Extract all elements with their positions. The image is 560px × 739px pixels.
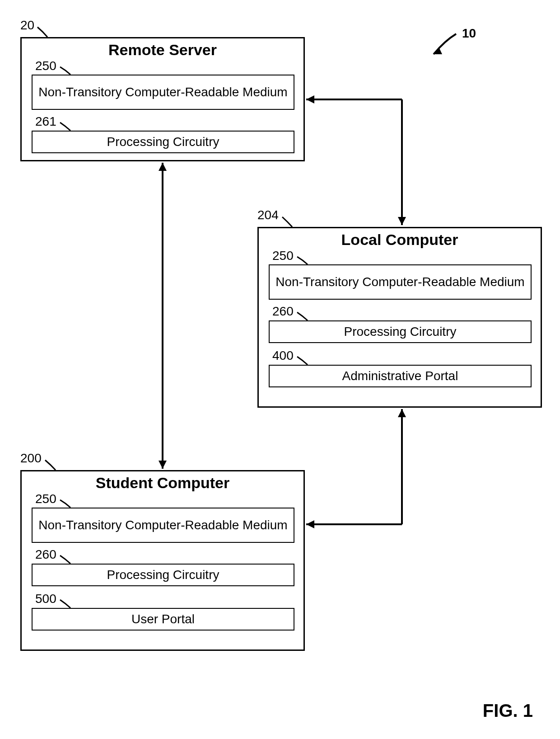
svg-marker-10 (306, 520, 314, 528)
local-computer-admin-portal-box: Administrative Portal (269, 365, 532, 387)
remote-server-sub1-ref: 261 (35, 114, 56, 129)
remote-server-title: Remote Server (22, 41, 303, 59)
remote-server-processing-box: Processing Circuitry (32, 131, 294, 153)
student-computer-sub2-ref: 500 (35, 592, 56, 606)
student-computer-user-portal-box: User Portal (32, 608, 294, 631)
local-computer-medium-box: Non-Transitory Computer-Readable Medium (269, 264, 532, 300)
student-computer-ref: 200 (20, 451, 42, 466)
svg-marker-11 (398, 409, 406, 417)
local-computer-ref: 204 (257, 208, 279, 222)
student-computer-processing-box: Processing Circuitry (32, 564, 294, 586)
svg-marker-4 (398, 217, 406, 225)
local-computer-sub1-ref: 260 (272, 304, 294, 319)
remote-server-medium-box: Non-Transitory Computer-Readable Medium (32, 75, 294, 110)
svg-marker-0 (434, 48, 442, 54)
local-computer-block: Local Computer 250 Non-Transitory Comput… (257, 227, 542, 408)
student-computer-sub0-ref: 250 (35, 492, 56, 506)
local-computer-sub2-ref: 400 (272, 348, 294, 363)
student-computer-sub1-ref: 260 (35, 547, 56, 562)
svg-marker-3 (306, 95, 314, 104)
local-computer-processing-box: Processing Circuitry (269, 320, 532, 343)
student-computer-medium-box: Non-Transitory Computer-Readable Medium (32, 508, 294, 543)
local-computer-title: Local Computer (259, 231, 541, 249)
diagram-canvas: 10 20 Remote Server 250 Non-Transitory C… (0, 0, 560, 739)
remote-server-block: Remote Server 250 Non-Transitory Compute… (20, 37, 305, 161)
remote-server-ref: 20 (20, 18, 34, 33)
svg-marker-7 (159, 461, 167, 469)
svg-marker-6 (159, 163, 167, 171)
local-computer-sub0-ref: 250 (272, 249, 294, 263)
remote-server-sub0-ref: 250 (35, 59, 56, 73)
figure-label: FIG. 1 (483, 701, 533, 721)
student-computer-title: Student Computer (22, 474, 303, 492)
system-ref-label: 10 (462, 26, 476, 41)
student-computer-block: Student Computer 250 Non-Transitory Comp… (20, 470, 305, 651)
